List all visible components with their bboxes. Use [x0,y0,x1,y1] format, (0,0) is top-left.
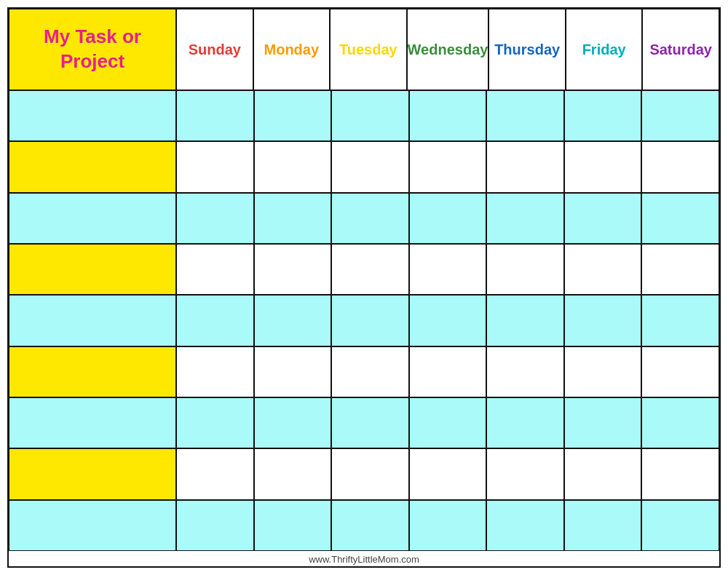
day-cell-r2-d4 [486,193,564,244]
day-cell-r8-d0 [176,500,254,551]
day-cell-r0-d0 [176,90,254,141]
footer-url: www.ThriftyLittleMom.com [309,554,419,565]
table-row [9,193,719,244]
day-cell-r0-d2 [331,90,409,141]
day-cell-r1-d6 [641,141,719,192]
day-cell-r5-d2 [331,346,409,397]
day-cell-r1-d2 [331,141,409,192]
day-cell-r7-d4 [486,448,564,499]
day-cell-r1-d3 [409,141,487,192]
day-header-thursday: Thursday [488,9,566,90]
day-cell-r1-d4 [486,141,564,192]
task-cell-5 [9,346,176,397]
task-cell-8 [9,500,176,551]
day-cell-r4-d6 [641,295,719,346]
day-cell-r8-d4 [486,500,564,551]
table-row [9,397,719,448]
day-cell-r8-d2 [331,500,409,551]
table-row [9,90,719,141]
day-header-friday: Friday [566,9,643,90]
day-cell-r2-d6 [641,193,719,244]
weekly-chart: My Task or Project SundayMondayTuesdayWe… [7,7,721,568]
task-cell-4 [9,295,176,346]
table-row [9,500,719,551]
day-cell-r1-d5 [564,141,642,192]
day-cell-r2-d5 [564,193,642,244]
day-cell-r4-d2 [331,295,409,346]
task-cell-2 [9,193,176,244]
table-row [9,141,719,192]
day-cell-r6-d0 [176,397,254,448]
day-cell-r7-d6 [641,448,719,499]
day-header-wednesday: Wednesday [407,9,489,90]
day-cell-r3-d4 [486,244,564,295]
table-row [9,244,719,295]
day-header-tuesday: Tuesday [330,9,407,90]
footer: www.ThriftyLittleMom.com [9,551,719,566]
day-cell-r7-d1 [254,448,332,499]
day-cell-r5-d3 [409,346,487,397]
day-cell-r3-d2 [331,244,409,295]
day-cell-r4-d4 [486,295,564,346]
day-cell-r3-d1 [254,244,332,295]
day-cell-r3-d6 [641,244,719,295]
day-cell-r4-d1 [254,295,332,346]
day-cell-r4-d5 [564,295,642,346]
day-cell-r8-d1 [254,500,332,551]
day-cell-r7-d3 [409,448,487,499]
day-cell-r0-d6 [641,90,719,141]
day-header-sunday: Sunday [176,9,253,90]
day-cell-r0-d4 [486,90,564,141]
day-cell-r1-d0 [176,141,254,192]
task-header-cell: My Task or Project [9,9,176,90]
task-cell-1 [9,141,176,192]
task-header-text: My Task or Project [44,25,141,74]
data-rows [9,90,719,551]
day-cell-r3-d3 [409,244,487,295]
day-header-saturday: Saturday [642,9,719,90]
day-cell-r6-d3 [409,397,487,448]
day-cell-r0-d1 [254,90,332,141]
day-cell-r0-d5 [564,90,642,141]
day-cell-r8-d6 [641,500,719,551]
task-cell-3 [9,244,176,295]
day-cell-r3-d0 [176,244,254,295]
day-cell-r1-d1 [254,141,332,192]
table: My Task or Project SundayMondayTuesdayWe… [9,9,719,551]
table-row [9,448,719,499]
day-cell-r0-d3 [409,90,487,141]
day-cell-r4-d3 [409,295,487,346]
day-cell-r2-d1 [254,193,332,244]
day-cell-r5-d6 [641,346,719,397]
day-cell-r7-d5 [564,448,642,499]
day-cell-r7-d2 [331,448,409,499]
header-row: My Task or Project SundayMondayTuesdayWe… [9,9,719,90]
day-cell-r6-d2 [331,397,409,448]
task-cell-0 [9,90,176,141]
table-row [9,346,719,397]
day-cell-r3-d5 [564,244,642,295]
day-cell-r6-d1 [254,397,332,448]
day-cell-r5-d0 [176,346,254,397]
day-cell-r2-d2 [331,193,409,244]
day-cell-r7-d0 [176,448,254,499]
day-cell-r6-d5 [564,397,642,448]
day-cell-r5-d5 [564,346,642,397]
table-row [9,295,719,346]
day-cell-r5-d1 [254,346,332,397]
day-cell-r6-d6 [641,397,719,448]
task-cell-6 [9,397,176,448]
day-cell-r8-d3 [409,500,487,551]
task-cell-7 [9,448,176,499]
day-header-monday: Monday [253,9,331,90]
day-cell-r6-d4 [486,397,564,448]
day-cell-r4-d0 [176,295,254,346]
day-cell-r5-d4 [486,346,564,397]
day-cell-r2-d3 [409,193,487,244]
day-cell-r8-d5 [564,500,642,551]
day-cell-r2-d0 [176,193,254,244]
